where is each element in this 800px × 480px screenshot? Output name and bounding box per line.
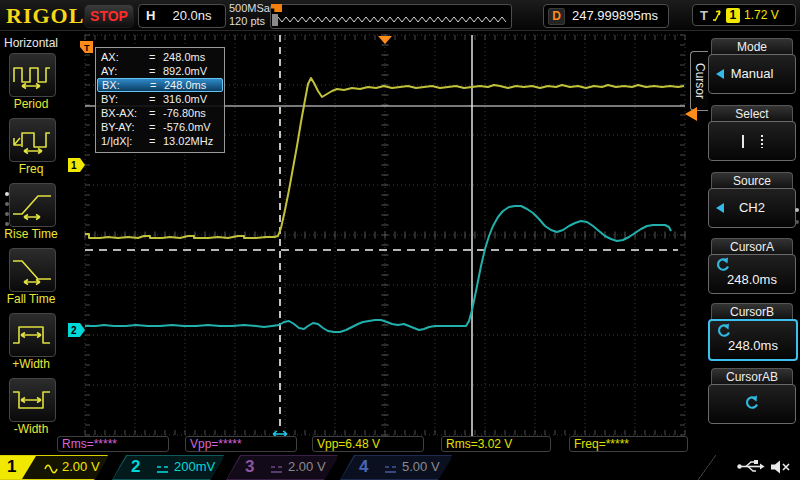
- readout-value: -76.80ns: [163, 106, 224, 120]
- dc-coupling-icon: [384, 464, 398, 475]
- fall-time-icon: [10, 254, 54, 286]
- channel-scale-value: 200mV: [174, 459, 215, 474]
- left-menu-button[interactable]: [9, 248, 56, 292]
- menu-value: 248.0ms: [710, 338, 796, 353]
- trigger-time-flag-label: T: [84, 43, 90, 53]
- menu-button-cursorab[interactable]: [708, 384, 796, 424]
- menu-button-cursorb[interactable]: 248.0ms: [708, 319, 798, 361]
- channel-block-ch2[interactable]: 2200mV: [112, 455, 224, 480]
- status-bar: RIGOL STOP H 20.0ns 500MSa/s 120 pts D 2…: [0, 0, 800, 31]
- cursor-readout-row: BX:=248.0ms: [97, 78, 223, 92]
- trigger-position-marker-icon: [378, 36, 392, 44]
- readout-label: BY:: [101, 92, 149, 106]
- channel-number: 4: [359, 456, 368, 478]
- page-indicator-dot: [795, 208, 799, 212]
- menu-header-select: Select: [711, 105, 793, 122]
- channel-number: 3: [245, 456, 254, 478]
- dc-coupling-icon: [156, 464, 170, 475]
- ac-coupling-icon: [44, 463, 58, 475]
- readout-label: BX:: [102, 79, 150, 91]
- delay-icon: D: [548, 8, 565, 25]
- trigger-level-value: 1.72 V: [744, 8, 779, 22]
- page-indicator-dot: [5, 192, 9, 196]
- readout-label: BX-AX:: [101, 106, 149, 120]
- horizontal-scale-box[interactable]: H 20.0ns: [138, 4, 226, 28]
- waveform-preview[interactable]: [270, 4, 512, 29]
- page-indicator-dot: [5, 212, 9, 216]
- channel-block-ch1[interactable]: 12.00 V: [0, 455, 108, 480]
- readout-value: 13.02MHz: [163, 134, 224, 148]
- run-state-indicator[interactable]: STOP: [84, 4, 134, 28]
- window-position-indicator: [272, 14, 278, 26]
- rise-time-icon: [10, 189, 54, 221]
- channel-block-ch4[interactable]: 45.00 V: [340, 455, 452, 480]
- rotate-knob-icon: [742, 395, 760, 411]
- cursor-a-bar-icon: [742, 135, 744, 148]
- menu-value: Manual: [709, 66, 795, 81]
- page-indicator-dot: [795, 220, 799, 224]
- left-menu-button[interactable]: [9, 313, 56, 357]
- measurement-item[interactable]: Freq=*****: [569, 436, 688, 452]
- cursor-readout-row: BY-AY:=-576.0mV: [96, 120, 224, 134]
- measurement-item[interactable]: Vpp=*****: [185, 436, 297, 452]
- readout-value: 892.0mV: [163, 64, 224, 78]
- cursor-readout-row: AY:=892.0mV: [96, 64, 224, 78]
- left-menu-title: Horizontal: [0, 36, 62, 50]
- cursor-menu: Cursor ModeManualSelectSourceCH2CursorA2…: [690, 30, 800, 455]
- cursor-readout-row: AX:=248.0ms: [96, 50, 224, 64]
- readout-value: 248.0ms: [163, 50, 224, 64]
- cursor-readout-panel: AX:=248.0msAY:=892.0mVBX:=248.0msBY:=316…: [95, 47, 225, 153]
- left-menu-button[interactable]: [9, 118, 56, 162]
- left-menu-item-label: Freq: [0, 162, 62, 176]
- page-indicator-dot: [5, 202, 9, 206]
- readout-value: -576.0mV: [163, 120, 224, 134]
- readout-label: AX:: [101, 50, 149, 64]
- cursor-readout-row: BX-AX:=-76.80ns: [96, 106, 224, 120]
- channel-number: 1: [7, 456, 16, 478]
- divider: [698, 455, 716, 480]
- rotate-knob-icon: [713, 257, 731, 273]
- left-menu-button[interactable]: [9, 53, 56, 97]
- channel-number: 2: [131, 456, 140, 478]
- freq-icon: [10, 124, 54, 156]
- left-menu-button[interactable]: [9, 378, 56, 422]
- measurement-item[interactable]: Vpp=6.48 V: [312, 436, 424, 452]
- trigger-source-badge: 1: [726, 8, 740, 23]
- menu-button-select[interactable]: [708, 121, 796, 161]
- channel-block-ch3[interactable]: 32.00 V: [226, 455, 338, 480]
- menu-button-mode[interactable]: Manual: [708, 54, 796, 94]
- menu-value: 248.0ms: [709, 272, 795, 287]
- menu-header-cursorb: CursorB: [711, 303, 793, 320]
- measurement-item[interactable]: Rms=*****: [57, 436, 169, 452]
- cursor-readout-row: 1/|dX|:=13.02MHz: [96, 134, 224, 148]
- -width-icon: [10, 384, 54, 416]
- measurement-item[interactable]: Rms=3.02 V: [441, 436, 551, 452]
- delay-box[interactable]: D 247.999895ms: [543, 4, 669, 28]
- left-menu-item-label: -Width: [0, 422, 62, 436]
- readout-value: 248.0ms: [164, 79, 222, 91]
- readout-label: BY-AY:: [101, 120, 149, 134]
- menu-header-source: Source: [711, 172, 793, 189]
- readout-label: AY:: [101, 64, 149, 78]
- channel-scale-value: 5.00 V: [402, 459, 440, 474]
- menu-button-cursora[interactable]: 248.0ms: [708, 254, 796, 294]
- left-menu-button[interactable]: [9, 183, 56, 227]
- menu-button-source[interactable]: CH2: [708, 188, 796, 228]
- usb-icon: [737, 459, 765, 474]
- horizontal-label: H: [146, 8, 155, 23]
- preview-wave-icon: [271, 5, 509, 26]
- speaker-muted-icon[interactable]: [770, 459, 791, 475]
- readout-label: 1/|dX|:: [101, 134, 149, 148]
- left-menu: Horizontal PeriodFreqRise TimeFall Time+…: [0, 30, 62, 455]
- rigol-logo: RIGOL: [6, 3, 84, 29]
- channel-scale-value: 2.00 V: [62, 459, 100, 474]
- trigger-level-marker-icon[interactable]: [685, 107, 697, 121]
- page-indicator-dot: [5, 222, 9, 226]
- menu-tab-cursor[interactable]: Cursor: [690, 51, 708, 111]
- rising-edge-icon: [712, 8, 722, 23]
- trigger-status-box[interactable]: T 1 1.72 V: [692, 4, 796, 26]
- delay-value: 247.999895ms: [566, 8, 664, 23]
- menu-header-cursorab: CursorAB: [711, 368, 793, 385]
- channel-scale-value: 2.00 V: [288, 459, 326, 474]
- svg-text:1: 1: [71, 160, 77, 171]
